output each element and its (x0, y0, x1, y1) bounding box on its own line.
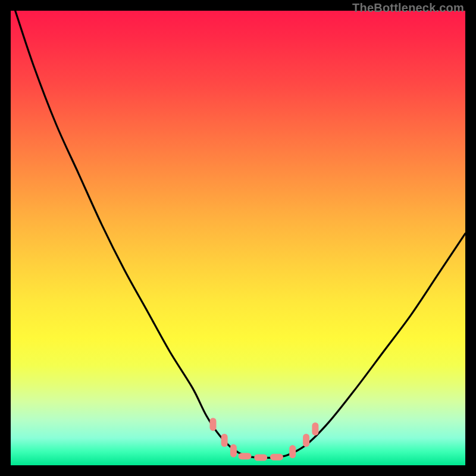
curve-marker (239, 453, 252, 459)
chart-frame: TheBottleneck.com (0, 0, 476, 476)
curve-markers (210, 418, 319, 461)
bottleneck-curve (15, 11, 465, 458)
curve-marker (289, 445, 296, 458)
plot-area (11, 11, 465, 465)
curve-marker (221, 434, 228, 447)
curve-marker (230, 444, 237, 458)
curve-marker (303, 434, 309, 447)
curve-marker (312, 422, 318, 436)
watermark-text: TheBottleneck.com (352, 1, 464, 15)
curve-marker (270, 454, 283, 461)
curve-marker (254, 455, 267, 461)
chart-svg (11, 11, 465, 465)
curve-marker (210, 418, 217, 431)
